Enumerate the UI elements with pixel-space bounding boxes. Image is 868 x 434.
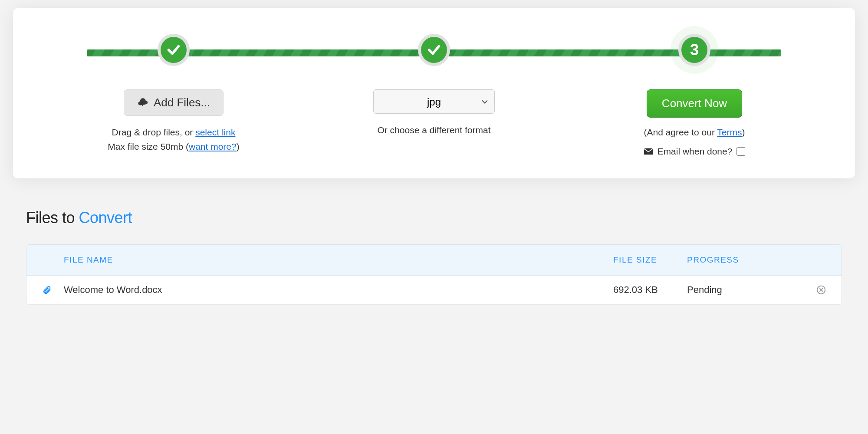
envelope-icon: [644, 148, 653, 155]
files-section: Files to Convert FILE NAME FILE SIZE PRO…: [26, 209, 842, 305]
files-table: FILE NAME FILE SIZE PROGRESS Welcome to …: [26, 244, 842, 305]
email-label: Email when done?: [658, 146, 733, 157]
conversion-card: 3 Add Files... Drag & drop files, or sel…: [13, 8, 855, 178]
upload-cloud-icon: [137, 97, 148, 108]
files-heading-prefix: Files to: [26, 209, 79, 227]
files-heading: Files to Convert: [26, 209, 842, 227]
check-icon: [166, 43, 181, 57]
check-icon: [427, 43, 441, 57]
add-files-label: Add Files...: [154, 96, 210, 109]
col-file-size: FILE SIZE: [613, 255, 687, 265]
files-table-header: FILE NAME FILE SIZE PROGRESS: [26, 245, 842, 276]
files-heading-accent: Convert: [79, 209, 132, 227]
file-name: Welcome to Word.docx: [64, 284, 613, 296]
agree-prefix: (And agree to our: [644, 127, 717, 137]
table-row: Welcome to Word.docx 692.03 KB Pending: [26, 276, 842, 305]
step-3-node: 3: [678, 34, 710, 66]
add-files-button[interactable]: Add Files...: [124, 89, 224, 116]
step-2-column: jpg Or choose a different format: [304, 89, 564, 157]
want-more-link[interactable]: want more?: [189, 141, 237, 151]
email-checkbox[interactable]: [736, 147, 745, 156]
step-3-label: 3: [690, 41, 699, 59]
step-3-column: Convert Now (And agree to our Terms) Ema…: [564, 89, 825, 157]
progress-stepper: 3: [43, 34, 825, 73]
step-2-node: [418, 34, 450, 66]
step-2-help: Or choose a different format: [377, 123, 490, 138]
max-text-suffix: ): [237, 141, 240, 151]
email-when-done-row: Email when done?: [644, 146, 746, 157]
agree-text: (And agree to our Terms): [644, 127, 745, 138]
remove-file-icon[interactable]: [816, 285, 826, 295]
select-link[interactable]: select link: [195, 127, 235, 137]
format-select[interactable]: jpg: [373, 89, 495, 114]
file-progress: Pending: [687, 284, 809, 296]
max-text: Max file size 50mb (: [108, 141, 189, 151]
col-progress: PROGRESS: [687, 255, 809, 265]
terms-link[interactable]: Terms: [717, 127, 742, 137]
step-1-column: Add Files... Drag & drop files, or selec…: [43, 89, 304, 157]
file-size: 692.03 KB: [613, 284, 687, 296]
convert-now-button[interactable]: Convert Now: [647, 89, 742, 118]
step-1-node: [158, 34, 190, 66]
paperclip-icon: [42, 285, 52, 295]
step-1-help: Drag & drop files, or select link Max fi…: [108, 125, 239, 154]
drag-text: Drag & drop files, or: [112, 127, 196, 137]
agree-suffix: ): [742, 127, 745, 137]
col-file-name: FILE NAME: [64, 255, 613, 265]
